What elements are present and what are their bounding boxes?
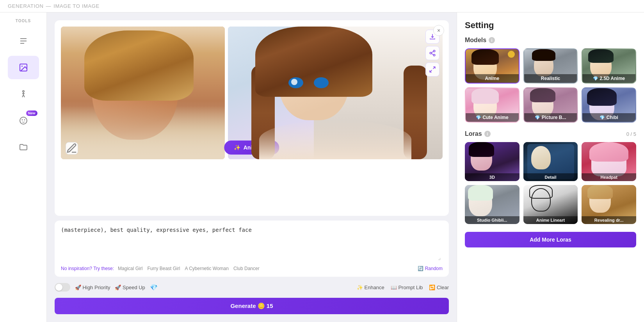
sidebar: TOOLS New (0, 12, 47, 322)
left-controls: 🚀 High Priority 🚀 Speed Up 💎 (55, 283, 158, 292)
controls-row: 🚀 High Priority 🚀 Speed Up 💎 ✨ Enhance 📖… (55, 281, 449, 293)
svg-line-15 (431, 53, 433, 55)
tag-club-dancer[interactable]: Club Dancer (233, 266, 260, 271)
speed-up-label: 🚀 Speed Up (115, 285, 145, 290)
image-icon (19, 63, 28, 72)
share-button[interactable] (425, 46, 439, 60)
model-2_5d-label: 💎 2.5D Anime (582, 74, 635, 83)
lora-card-headpat[interactable]: Headpat (582, 142, 636, 181)
loras-grid: 3D Detail Headpat (465, 142, 636, 224)
prompt-area: ⌟ No inspiration? Try these: Magical Gir… (55, 221, 449, 277)
svg-point-9 (20, 117, 27, 124)
svg-line-8 (23, 95, 25, 97)
generate-label: Generate (230, 302, 256, 309)
images-row: ✨ Animate It (61, 27, 443, 159)
lora-card-detail[interactable]: Detail (523, 142, 578, 181)
edit-button[interactable] (66, 142, 78, 155)
tag-cybernetic[interactable]: A Cybernetic Woman (185, 266, 229, 271)
loras-info-icon[interactable]: i (484, 131, 491, 137)
model-card-chibi[interactable]: 💎 Chibi (582, 87, 636, 123)
lora-card-3d[interactable]: 3D (465, 142, 519, 181)
tag-furry-beast[interactable]: Furry Beast Girl (147, 266, 180, 271)
svg-point-14 (433, 54, 435, 56)
inspiration-row: No inspiration? Try these: Magical Girl … (61, 266, 260, 271)
lora-headpat-label: Headpat (582, 173, 636, 181)
priority-toggle[interactable] (55, 283, 70, 292)
lora-studioghibli-label: Studio Ghibli... (465, 216, 519, 224)
model-card-anime[interactable]: Anime (465, 48, 519, 84)
loras-section-title: Loras i (465, 130, 491, 137)
loras-header: Loras i 0 / 5 (465, 130, 636, 137)
svg-point-11 (24, 119, 25, 121)
high-priority-label: 🚀 High Priority (75, 285, 110, 290)
model-chibi-label: 💎 Chibi (582, 113, 635, 122)
tag-magical-girl[interactable]: Magical Girl (118, 266, 142, 271)
model-realistic-label: Realistic (524, 74, 577, 83)
expand-icon (429, 66, 436, 73)
enhance-button[interactable]: ✨ Enhance (357, 285, 384, 290)
topbar-prefix: GENERATION (8, 3, 44, 9)
model-chibi-premium-icon: 💎 (600, 115, 605, 120)
prompt-lib-button[interactable]: 📖 Prompt Lib (391, 285, 423, 290)
lora-revealing-label: Revealing dr... (582, 216, 636, 224)
model-card-2_5d[interactable]: 💎 2.5D Anime (582, 48, 636, 84)
lora-card-revealing[interactable]: Revealing dr... (582, 185, 636, 224)
model-2_5d-premium-icon: 💎 (593, 76, 598, 81)
settings-title: Setting (465, 20, 636, 30)
random-icon: 🔄 (418, 266, 423, 271)
model-picturebook-label: 💎 Picture B... (524, 113, 577, 122)
svg-point-5 (23, 91, 24, 92)
add-loras-button[interactable]: Add More Loras (465, 232, 636, 247)
image-panel: × (55, 20, 449, 216)
tools-label: TOOLS (16, 19, 31, 23)
svg-point-4 (21, 66, 23, 67)
sidebar-item-image[interactable] (8, 56, 39, 79)
svg-point-12 (433, 50, 435, 52)
lora-card-studioghibli[interactable]: Studio Ghibli... (465, 185, 519, 224)
image-actions (425, 30, 439, 76)
textarea-wrapper: ⌟ (61, 226, 443, 263)
models-info-icon[interactable]: i (489, 37, 495, 43)
animate-icon: ✨ (234, 144, 240, 151)
pencil-icon (66, 142, 78, 154)
share-icon (429, 50, 436, 57)
face-icon (19, 116, 28, 125)
generate-coin-icon: 🪙 (258, 302, 265, 309)
svg-point-10 (21, 119, 23, 121)
sidebar-item-pose[interactable] (8, 82, 39, 106)
clear-label: 🔁 Clear (429, 285, 449, 290)
generate-cost: 15 (267, 302, 273, 309)
prompt-lib-label: 📖 Prompt Lib (391, 285, 423, 290)
models-section-title: Models i (465, 37, 636, 44)
model-card-realistic[interactable]: Realistic (523, 48, 578, 84)
model-card-picturebook[interactable]: 💎 Picture B... (523, 87, 578, 123)
content-area: × (47, 12, 457, 322)
sidebar-item-text[interactable] (8, 29, 39, 53)
lora-lineart-label: Anime Lineart (523, 216, 578, 224)
lines-icon (19, 36, 28, 46)
generate-button[interactable]: Generate 🪙 15 (55, 298, 449, 314)
topbar: GENERATION — IMAGE TO IMAGE (0, 0, 644, 12)
topbar-title: IMAGE TO IMAGE (53, 3, 100, 9)
svg-line-18 (430, 70, 432, 72)
model-cute-premium-icon: 💎 (476, 115, 481, 120)
inspiration-tags: Magical Girl Furry Beast Girl A Cybernet… (118, 266, 260, 271)
source-image (61, 27, 225, 159)
inspiration-label: No inspiration? Try these: (61, 266, 114, 271)
person-icon (19, 89, 28, 99)
lora-card-lineart[interactable]: Anime Lineart (523, 185, 578, 224)
svg-point-13 (430, 52, 432, 54)
random-button[interactable]: 🔄 Random (418, 266, 443, 271)
sidebar-item-folder[interactable] (8, 135, 39, 159)
loras-label: Loras (465, 130, 482, 137)
clear-button[interactable]: 🔁 Clear (429, 285, 449, 290)
enhance-label: ✨ Enhance (357, 285, 384, 290)
lora-detail-label: Detail (523, 173, 578, 181)
model-card-cute[interactable]: 💎 Cute Anime (465, 87, 519, 123)
expand-button[interactable] (425, 62, 439, 76)
sidebar-item-face[interactable]: New (8, 109, 39, 132)
close-button[interactable]: × (433, 25, 444, 36)
models-label: Models (465, 37, 486, 44)
toggle-knob (55, 284, 62, 291)
prompt-input[interactable] (61, 226, 443, 261)
